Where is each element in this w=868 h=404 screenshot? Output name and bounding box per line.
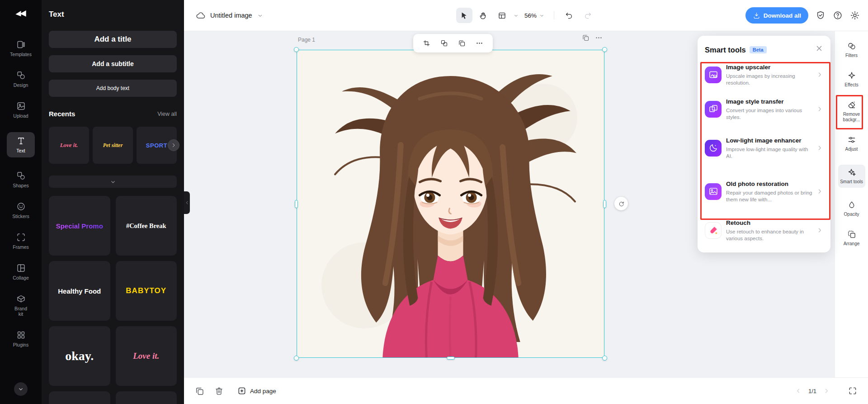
text-style-thumb[interactable]: #Coffee Break bbox=[116, 196, 177, 256]
low-light-icon bbox=[705, 140, 722, 157]
left-nav: Templates Design Upload Text Shapes Stic… bbox=[0, 0, 42, 404]
sidebar-item-collage[interactable]: Collage bbox=[5, 263, 37, 280]
settings-gear-icon[interactable] bbox=[850, 10, 860, 20]
design-icon bbox=[16, 71, 26, 80]
sidebar-item-opacity[interactable]: Opacity bbox=[838, 200, 865, 217]
smart-tools-title: Smart tools bbox=[705, 46, 746, 54]
recent-template-thumb[interactable]: Love it. bbox=[49, 127, 89, 164]
view-all-link[interactable]: View all bbox=[157, 111, 177, 117]
sidebar-item-arrange[interactable]: Arrange bbox=[838, 230, 865, 247]
resize-handle-right[interactable] bbox=[603, 200, 606, 208]
crop-button[interactable] bbox=[419, 37, 434, 50]
selected-image-layer[interactable] bbox=[297, 50, 604, 358]
shield-check-icon[interactable] bbox=[816, 10, 826, 20]
nav-label: Text bbox=[16, 148, 25, 153]
sidebar-item-design[interactable]: Design bbox=[5, 71, 37, 88]
rotate-icon bbox=[618, 200, 625, 207]
recents-scroll-right-button[interactable] bbox=[168, 139, 179, 151]
nav-label: Plugins bbox=[13, 342, 28, 347]
tool-texts: Retouch Use retouch to enhance beauty in… bbox=[726, 219, 814, 242]
add-subtitle-button[interactable]: Add a subtitle bbox=[49, 55, 177, 72]
cloud-save-icon[interactable] bbox=[196, 10, 206, 20]
layout-tool-button[interactable] bbox=[494, 8, 510, 23]
sidebar-item-remove-background[interactable]: Remove backgr... bbox=[838, 100, 865, 123]
redo-button[interactable] bbox=[580, 8, 596, 23]
crop-icon bbox=[423, 39, 430, 47]
app-logo-icon[interactable] bbox=[13, 6, 28, 20]
text-style-thumb[interactable]: Healthy Food bbox=[49, 261, 110, 321]
text-style-thumb[interactable]: okay. bbox=[49, 326, 110, 386]
resize-handle-bottom-right[interactable] bbox=[602, 356, 607, 361]
duplicate-page-icon[interactable] bbox=[582, 34, 590, 42]
brand-kit-icon bbox=[16, 294, 26, 304]
stickers-icon bbox=[16, 202, 26, 211]
page-label: Page 1 bbox=[298, 37, 315, 43]
sidebar-item-text[interactable]: Text bbox=[7, 132, 35, 157]
tool-low-light-enhancer[interactable]: Low-light image enhancer Improve low-lig… bbox=[705, 129, 823, 167]
more-options-button[interactable] bbox=[472, 37, 487, 50]
duplicate-page-icon[interactable] bbox=[195, 386, 204, 396]
delete-page-icon[interactable] bbox=[214, 386, 224, 396]
resize-handle-bottom[interactable] bbox=[447, 356, 455, 360]
chevron-down-icon[interactable] bbox=[257, 12, 264, 19]
page-navigation: 1/1 bbox=[795, 386, 857, 395]
help-icon[interactable] bbox=[833, 10, 843, 20]
resize-handle-bottom-left[interactable] bbox=[294, 356, 299, 361]
sidebar-item-upload[interactable]: Upload bbox=[5, 101, 37, 119]
download-all-button[interactable]: Download all bbox=[745, 7, 808, 24]
undo-button[interactable] bbox=[561, 8, 577, 23]
add-body-text-button[interactable]: Add body text bbox=[49, 80, 177, 97]
recent-template-thumb[interactable]: Pet sitter bbox=[93, 127, 133, 164]
replace-button[interactable] bbox=[437, 37, 452, 50]
nav-label: Stickers bbox=[12, 214, 29, 219]
sidebar-item-filters[interactable]: Filters bbox=[838, 42, 865, 58]
tool-old-photo-restoration[interactable]: Old photo restoration Repair your damage… bbox=[705, 172, 823, 210]
hand-tool-button[interactable] bbox=[475, 8, 491, 23]
next-page-icon[interactable] bbox=[823, 387, 830, 394]
panel-collapse-handle[interactable] bbox=[184, 191, 190, 214]
sidebar-item-plugins[interactable]: Plugins bbox=[5, 330, 37, 347]
close-icon[interactable] bbox=[815, 44, 823, 52]
resize-handle-left[interactable] bbox=[295, 200, 298, 208]
tool-texts: Image style transfer Convert your images… bbox=[726, 98, 814, 121]
sidebar-item-brand-kit[interactable]: Brand kit bbox=[5, 294, 37, 317]
chevron-down-icon[interactable] bbox=[513, 13, 519, 19]
text-style-thumb[interactable]: Love it. bbox=[116, 326, 177, 386]
zoom-control[interactable]: 56% bbox=[522, 12, 547, 19]
rotate-handle[interactable] bbox=[614, 197, 628, 210]
recents-collapse-button[interactable] bbox=[49, 176, 177, 188]
text-style-thumb[interactable]: Special Promo bbox=[49, 196, 110, 256]
sidebar-item-effects[interactable]: Effects bbox=[838, 71, 865, 88]
duplicate-button[interactable] bbox=[454, 37, 470, 50]
sidebar-item-stickers[interactable]: Stickers bbox=[5, 202, 37, 219]
sidebar-item-shapes[interactable]: Shapes bbox=[5, 171, 37, 188]
fullscreen-icon[interactable] bbox=[848, 386, 857, 395]
resize-handle-top-left[interactable] bbox=[294, 47, 299, 52]
text-style-thumb[interactable]: BABYTOY bbox=[116, 261, 177, 321]
select-tool-button[interactable] bbox=[456, 8, 472, 23]
page-more-icon[interactable] bbox=[595, 34, 603, 42]
add-title-button[interactable]: Add a title bbox=[49, 31, 177, 48]
top-bar-actions: Download all bbox=[745, 7, 860, 24]
tool-retouch[interactable]: Retouch Use retouch to enhance beauty in… bbox=[705, 216, 823, 245]
redo-icon bbox=[584, 11, 592, 20]
smart-tools-list: 4K Image upscaler Upscale images by incr… bbox=[705, 60, 823, 245]
sidebar-item-frames[interactable]: Frames bbox=[5, 233, 37, 250]
resize-handle-top-right[interactable] bbox=[602, 47, 607, 52]
nav-label: Brand kit bbox=[12, 306, 29, 317]
previous-page-icon[interactable] bbox=[795, 387, 802, 394]
tool-image-upscaler[interactable]: 4K Image upscaler Upscale images by incr… bbox=[705, 60, 823, 89]
sidebar-item-smart-tools[interactable]: Smart tools bbox=[838, 165, 865, 188]
add-page-label: Add page bbox=[250, 388, 276, 394]
sidebar-item-templates[interactable]: Templates bbox=[5, 40, 37, 57]
download-icon bbox=[753, 12, 760, 19]
tool-name: Low-light image enhancer bbox=[726, 137, 814, 145]
replace-icon bbox=[440, 39, 448, 47]
add-page-button[interactable]: Add page bbox=[237, 386, 276, 395]
sidebar-item-adjust[interactable]: Adjust bbox=[838, 135, 865, 152]
project-title[interactable]: Untitled image bbox=[210, 12, 252, 19]
text-style-thumb-partial[interactable] bbox=[116, 391, 177, 404]
tool-image-style-transfer[interactable]: Image style transfer Convert your images… bbox=[705, 95, 823, 124]
collapse-nav-button[interactable] bbox=[14, 382, 28, 396]
text-style-thumb-partial[interactable] bbox=[49, 391, 110, 404]
